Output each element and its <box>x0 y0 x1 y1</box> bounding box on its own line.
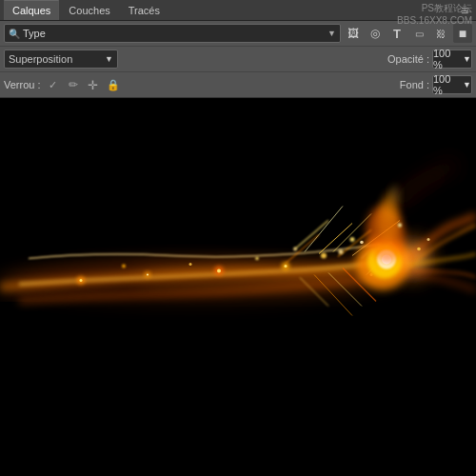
fill-row: Fond : 100 % ▼ <box>400 75 472 94</box>
tab-traces[interactable]: Tracés <box>120 0 169 20</box>
svg-point-27 <box>293 248 297 251</box>
ps-watermark: PS教程论坛 BBS.16XX8.COM <box>397 2 472 27</box>
checkmark-btn[interactable]: ✓ <box>45 76 62 93</box>
opacity-arrow: ▼ <box>463 54 471 64</box>
tab-couches[interactable]: Couches <box>60 0 118 20</box>
fill-input[interactable]: 100 % ▼ <box>432 75 472 94</box>
lock-btn[interactable]: 🔒 <box>105 76 122 93</box>
link-icon-btn[interactable]: ⛓ <box>431 24 450 43</box>
svg-point-19 <box>217 269 221 273</box>
blend-dropdown-arrow: ▼ <box>105 54 113 64</box>
opacity-row: Opacité : 100 % ▼ <box>387 50 472 69</box>
image-icon-btn[interactable]: 🖼 <box>344 24 363 43</box>
extra-icon-btn[interactable]: ■ <box>453 24 472 43</box>
svg-point-41 <box>350 237 355 242</box>
tab-calques[interactable]: Calques <box>4 0 59 20</box>
app-container: Calques Couches Tracés ≡ PS教程论坛 BBS.16XX… <box>0 0 476 476</box>
svg-point-42 <box>398 224 402 228</box>
svg-point-25 <box>189 263 192 266</box>
svg-point-21 <box>285 265 288 268</box>
fire-visualization <box>0 98 476 476</box>
adjust-icon-btn[interactable]: ◎ <box>366 24 385 43</box>
type-dropdown-arrow: ▼ <box>327 29 336 38</box>
brush-lock-btn[interactable]: ✏ <box>65 76 82 93</box>
lock-fill-row: Verrou : ✓ ✏ ✛ 🔒 Fond : 100 % ▼ <box>0 72 476 98</box>
svg-point-44 <box>427 238 430 241</box>
svg-point-15 <box>80 279 83 282</box>
opacity-input[interactable]: 100 % ▼ <box>432 50 472 69</box>
svg-point-17 <box>147 274 149 276</box>
move-lock-btn[interactable]: ✛ <box>85 76 102 93</box>
svg-point-24 <box>255 257 259 261</box>
lock-icons-group: ✓ ✏ ✛ 🔒 <box>45 76 122 93</box>
type-label: Type <box>23 28 327 39</box>
svg-point-26 <box>122 265 126 268</box>
blend-mode-select[interactable]: Superposition ▼ <box>4 50 118 69</box>
canvas-area <box>0 98 476 476</box>
panel-controls: 🔍 Type ▼ 🖼 ◎ T ▭ ⛓ ■ Superposition ▼ Opa… <box>0 21 476 98</box>
text-icon-btn[interactable]: T <box>387 24 407 43</box>
shape-icon-btn[interactable]: ▭ <box>409 24 428 43</box>
fill-arrow: ▼ <box>463 80 471 89</box>
type-search-input[interactable]: 🔍 Type ▼ <box>4 24 341 43</box>
svg-point-43 <box>417 248 421 251</box>
search-icon: 🔍 <box>9 29 20 39</box>
blend-opacity-row: Superposition ▼ Opacité : 100 % ▼ <box>0 47 476 72</box>
